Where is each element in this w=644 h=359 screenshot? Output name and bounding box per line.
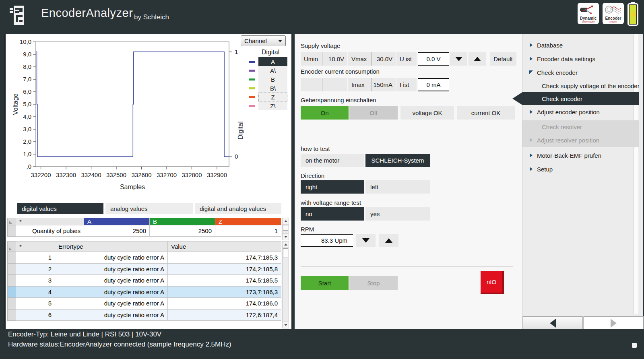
- channel-dropdown[interactable]: Channel: [241, 35, 286, 46]
- pulse-table-scrollbar[interactable]: [282, 218, 289, 240]
- pulse-value-z: 1: [215, 225, 281, 237]
- pulse-value-b: 2500: [150, 225, 215, 237]
- nav-item-encoder-data-settings[interactable]: Encoder data settings: [522, 52, 639, 66]
- arrow-left-icon: [550, 319, 556, 328]
- legend-label: B: [258, 75, 287, 84]
- error-table-scrollbar[interactable]: [282, 241, 289, 328]
- tab-digital-and-analog-values[interactable]: digital and analog values: [195, 203, 281, 214]
- stop-button[interactable]: Stop: [349, 276, 398, 290]
- error-row-type: duty cycle ratio error A: [55, 264, 168, 275]
- nav-item-label: Encoder data settings: [537, 56, 595, 62]
- voltage-range-no-option[interactable]: no: [301, 207, 364, 221]
- nav-item-database[interactable]: Database: [522, 38, 639, 52]
- tab-digital-values[interactable]: digital values: [17, 203, 103, 214]
- error-table-row[interactable]: 3duty cycle ratio error A174,5:185,5: [7, 275, 281, 287]
- pulse-row[interactable]: Quantity of pulses 2500 2500 1: [7, 225, 281, 237]
- error-col-value[interactable]: Value: [168, 241, 281, 252]
- legend-item-A[interactable]: A: [249, 57, 287, 66]
- tree-collapsed-icon[interactable]: [530, 43, 533, 47]
- error-table-row[interactable]: 5duty cycle ratio error A174,0:186,0: [7, 298, 281, 309]
- scroll-down-icon[interactable]: [283, 322, 289, 328]
- nav-item-label: Database: [537, 42, 563, 49]
- imax-value[interactable]: 150mA: [372, 78, 396, 91]
- error-row-number: 5: [16, 298, 55, 309]
- legend-item-B-inv[interactable]: B\: [249, 84, 287, 93]
- legend-item-A-inv[interactable]: A\: [249, 66, 287, 75]
- legend-item-Z-inv[interactable]: Z\: [249, 101, 287, 110]
- pulse-col-b[interactable]: B: [150, 218, 215, 225]
- uist-label: U ist: [396, 52, 417, 66]
- voltage-range-test-label: with voltage range test: [301, 199, 361, 206]
- umin-value[interactable]: 10.0V: [322, 52, 347, 66]
- scroll-down-icon[interactable]: [283, 233, 289, 240]
- legend-label: A: [258, 57, 287, 66]
- icon-label: Dynamic: [580, 17, 597, 21]
- error-col-errortype[interactable]: Errortype: [55, 241, 168, 252]
- tree-collapsed-icon[interactable]: [530, 57, 533, 61]
- tree-collapsed-icon[interactable]: [530, 167, 533, 171]
- uist-input[interactable]: 0.0 V: [418, 52, 449, 66]
- tree-expanded-icon[interactable]: [529, 70, 533, 74]
- start-button[interactable]: Start: [301, 276, 349, 290]
- error-table-row[interactable]: 1duty cycle ratio error A174,7:185,3: [7, 252, 281, 264]
- legend-item-Z[interactable]: Z: [249, 93, 287, 101]
- schleich-system-option[interactable]: SCHLEICH-System: [365, 154, 430, 167]
- iist-input[interactable]: 0 mA: [418, 78, 449, 91]
- pulse-col-a[interactable]: A: [84, 218, 150, 225]
- tab-analog-values[interactable]: analog values: [105, 203, 193, 214]
- nav-item-check-encoder[interactable]: Check encoder: [522, 66, 639, 79]
- navigation-panel: DatabaseEncoder data settingsCheck encod…: [522, 34, 643, 329]
- default-button[interactable]: Default: [490, 52, 516, 66]
- error-table: * Errortype Value 1duty cycle ratio erro…: [7, 241, 281, 321]
- legend-item-B[interactable]: B: [249, 75, 287, 84]
- error-table-row[interactable]: 2duty cycle ratio error A174,2:185,8: [7, 264, 281, 275]
- error-row-number: 1: [16, 252, 55, 264]
- nav-item-setup[interactable]: Setup: [522, 162, 639, 176]
- nav-item-check-resolver: Check resolver: [522, 120, 639, 133]
- svg-text:1: 1: [235, 48, 238, 55]
- nav-item-motor-back-emf-pr-fen[interactable]: Motor-Back-EMF prüfen: [522, 149, 639, 162]
- values-tabbar: digital values analog values digital and…: [17, 203, 281, 214]
- tree-collapsed-icon[interactable]: [530, 110, 533, 114]
- error-table-row[interactable]: 4duty cycle ratio error A173,7:186,3: [7, 287, 281, 298]
- dynamic-motoranalyzer-icon[interactable]: Dynamic MotorAnalyzer: [578, 3, 599, 24]
- scroll-up-icon[interactable]: [283, 241, 289, 248]
- nav-item-check-supply-voltage-of-the-encoder[interactable]: Check supply voltage of the encoder: [522, 79, 639, 92]
- on-the-motor-option[interactable]: on the motor: [301, 154, 364, 167]
- status-bar: Encoder-Typ: Leine und Linde | RSI 503 |…: [0, 329, 644, 359]
- scroll-up-icon[interactable]: [283, 218, 289, 225]
- table-corner-cell[interactable]: [7, 218, 16, 225]
- pulse-col-star[interactable]: *: [16, 218, 84, 225]
- pulse-col-z[interactable]: Z: [215, 218, 281, 225]
- voltage-range-yes-option[interactable]: yes: [365, 207, 430, 221]
- vmax-value[interactable]: 30.0V: [372, 52, 396, 66]
- on-button[interactable]: On: [301, 106, 349, 120]
- triangle-up-icon: [474, 57, 481, 61]
- error-col-star[interactable]: *: [16, 241, 55, 252]
- nav-item-label: Check resolver: [542, 124, 582, 130]
- direction-left-option[interactable]: left: [365, 180, 430, 194]
- error-table-row[interactable]: 6duty cycle ratio error A172,6:187,4: [7, 309, 281, 321]
- section-divider: [301, 266, 513, 267]
- rpm-down-button[interactable]: [356, 234, 376, 247]
- error-row-type: duty cycle ratio error A: [55, 275, 168, 287]
- error-row-type: duty cycle ratio error A: [55, 252, 168, 264]
- rpm-input[interactable]: 83.3 Upm: [301, 234, 353, 247]
- nav-item-selected-check-encoder[interactable]: Check encoder: [512, 92, 639, 105]
- tree-collapsed-icon[interactable]: [530, 153, 533, 157]
- nav-forward-button[interactable]: [584, 316, 643, 330]
- nav-back-button[interactable]: [523, 316, 582, 330]
- svg-text:6,0: 6,0: [23, 88, 31, 95]
- table-corner-cell[interactable]: [7, 241, 16, 252]
- direction-right-option[interactable]: right: [301, 180, 364, 194]
- voltage-up-button[interactable]: [469, 52, 486, 66]
- icon-sublabel: MotorAnalyzer: [582, 21, 594, 23]
- current-ok-indicator: current OK: [457, 106, 515, 120]
- tree-collapsed-icon[interactable]: [530, 138, 533, 142]
- rpm-up-button[interactable]: [379, 234, 398, 247]
- off-button[interactable]: Off: [349, 106, 398, 120]
- nav-item-adjust-encoder-position[interactable]: Adjust encoder position: [522, 105, 639, 119]
- encoder-analyzer-icon[interactable]: Encoder Analyzer: [603, 3, 624, 24]
- direction-label: Direction: [301, 172, 324, 179]
- voltage-down-button[interactable]: [450, 52, 467, 66]
